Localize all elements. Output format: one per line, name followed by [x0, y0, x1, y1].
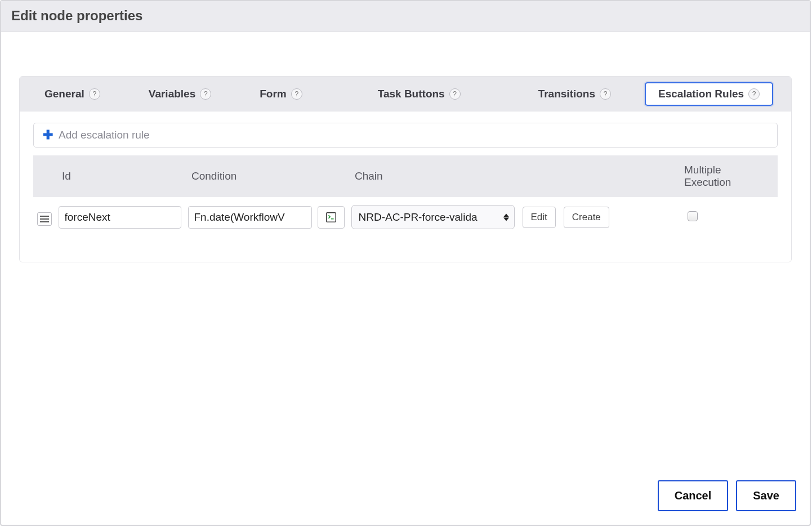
table-header-row: Id Condition Chain Multiple Execution	[34, 156, 778, 197]
add-escalation-rule-label: Add escalation rule	[59, 129, 150, 141]
cancel-button[interactable]: Cancel	[658, 480, 729, 511]
help-icon[interactable]: ?	[89, 88, 100, 100]
tabs-panel: General ? Variables ? Form ? Task Button…	[19, 76, 792, 262]
dialog-window: Edit node properties General ? Variables…	[0, 0, 811, 526]
help-icon[interactable]: ?	[600, 88, 611, 100]
multiple-execution-checkbox[interactable]	[688, 211, 698, 221]
help-icon[interactable]: ?	[291, 88, 302, 100]
tab-general[interactable]: General ?	[32, 83, 113, 105]
condition-editor-button[interactable]	[318, 206, 345, 229]
dialog-title: Edit node properties	[11, 8, 800, 24]
col-header-id: Id	[55, 156, 185, 197]
tab-transitions-label: Transitions	[538, 88, 595, 100]
chain-create-button[interactable]: Create	[564, 207, 609, 228]
tab-task-buttons-label: Task Buttons	[378, 88, 445, 100]
tab-escalation-rules[interactable]: Escalation Rules ?	[645, 82, 773, 106]
tab-general-label: General	[44, 88, 84, 100]
help-icon[interactable]: ?	[748, 88, 760, 100]
col-header-condition: Condition	[185, 156, 348, 197]
col-header-chain: Chain	[348, 156, 677, 197]
escalation-rules-panel: ✚ Add escalation rule Id	[20, 111, 791, 262]
plus-icon: ✚	[43, 129, 53, 141]
escalation-rules-table: Id Condition Chain Multiple Execution	[33, 155, 778, 237]
tab-strip: General ? Variables ? Form ? Task Button…	[20, 77, 791, 111]
tab-form[interactable]: Form ?	[247, 83, 315, 105]
tab-variables[interactable]: Variables ?	[136, 83, 224, 105]
dialog-body: General ? Variables ? Form ? Task Button…	[1, 32, 810, 525]
dialog-title-bar: Edit node properties	[1, 1, 810, 32]
help-icon[interactable]: ?	[200, 88, 211, 100]
rule-chain-select[interactable]: NRD-AC-PR-force-valida	[351, 205, 515, 229]
tab-variables-label: Variables	[149, 88, 195, 100]
tab-form-label: Form	[260, 88, 287, 100]
table-row: NRD-AC-PR-force-valida Edit Create	[34, 197, 778, 238]
help-icon[interactable]: ?	[449, 88, 461, 100]
chain-edit-button[interactable]: Edit	[523, 207, 556, 228]
dialog-footer: Cancel Save	[658, 480, 796, 511]
col-header-multiple-execution: Multiple Execution	[677, 156, 778, 197]
rule-condition-input[interactable]	[188, 206, 312, 229]
add-escalation-rule-button[interactable]: ✚ Add escalation rule	[33, 123, 778, 148]
svg-rect-0	[326, 212, 336, 222]
drag-handle-icon[interactable]	[37, 212, 52, 226]
rule-id-input[interactable]	[59, 206, 181, 229]
tab-escalation-rules-label: Escalation Rules	[658, 88, 744, 100]
script-icon	[325, 211, 337, 224]
tab-transitions[interactable]: Transitions ?	[526, 83, 623, 105]
tab-task-buttons[interactable]: Task Buttons ?	[365, 83, 473, 105]
save-button[interactable]: Save	[736, 480, 796, 511]
